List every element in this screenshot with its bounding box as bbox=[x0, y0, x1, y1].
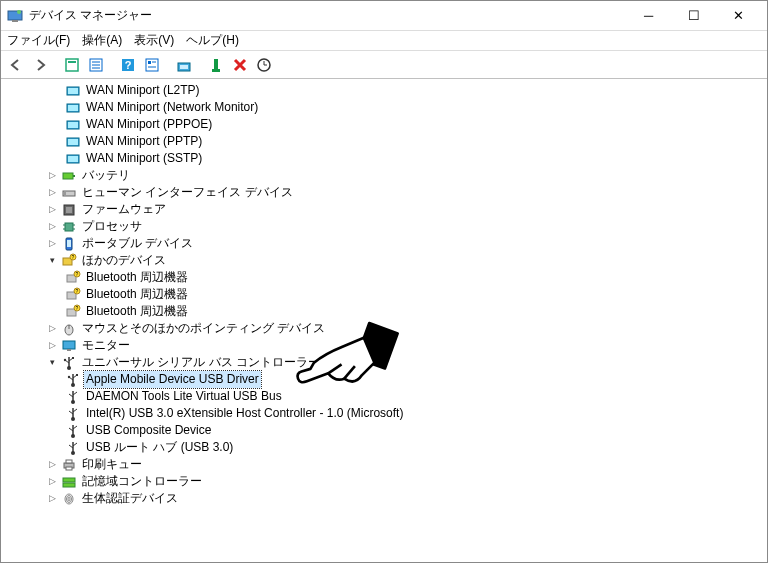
update-driver-button[interactable] bbox=[173, 54, 195, 76]
category-label: ヒューマン インターフェイス デバイス bbox=[80, 184, 295, 201]
device-label: WAN Miniport (PPPOE) bbox=[84, 116, 214, 133]
network-adapter-icon bbox=[65, 83, 81, 99]
svg-rect-62 bbox=[72, 357, 74, 359]
device-item[interactable]: USB ルート ハブ (USB 3.0) bbox=[5, 439, 767, 456]
battery-icon bbox=[61, 168, 77, 184]
device-item[interactable]: Intel(R) USB 3.0 eXtensible Host Control… bbox=[5, 405, 767, 422]
uninstall-button[interactable] bbox=[229, 54, 251, 76]
category-item[interactable]: ▷ ファームウェア bbox=[5, 201, 767, 218]
category-label: ユニバーサル シリアル バス コントローラー bbox=[80, 354, 322, 371]
device-item[interactable]: ? Bluetooth 周辺機器 bbox=[5, 269, 767, 286]
category-item[interactable]: ▷ 記憶域コントローラー bbox=[5, 473, 767, 490]
category-label: ポータブル デバイス bbox=[80, 235, 195, 252]
toolbar: ? bbox=[1, 51, 767, 79]
svg-rect-3 bbox=[66, 59, 78, 71]
svg-point-61 bbox=[64, 358, 66, 360]
device-item[interactable]: WAN Miniport (Network Monitor) bbox=[5, 99, 767, 116]
window-title: デバイス マネージャー bbox=[29, 7, 626, 24]
expand-icon[interactable]: ▷ bbox=[45, 475, 59, 489]
svg-point-82 bbox=[68, 497, 70, 501]
expand-icon[interactable]: ▷ bbox=[45, 237, 59, 251]
device-item[interactable]: USB Composite Device bbox=[5, 422, 767, 439]
category-label: モニター bbox=[80, 337, 132, 354]
enable-device-button[interactable] bbox=[205, 54, 227, 76]
device-item[interactable]: WAN Miniport (PPPOE) bbox=[5, 116, 767, 133]
category-item[interactable]: ▷ モニター bbox=[5, 337, 767, 354]
menu-view[interactable]: 表示(V) bbox=[134, 32, 174, 49]
svg-text:?: ? bbox=[76, 271, 79, 277]
category-item[interactable]: ▾ ユニバーサル シリアル バス コントローラー bbox=[5, 354, 767, 371]
minimize-button[interactable]: ─ bbox=[626, 2, 671, 30]
device-label: WAN Miniport (PPTP) bbox=[84, 133, 204, 150]
menu-action[interactable]: 操作(A) bbox=[82, 32, 122, 49]
unknown-device-icon: ? bbox=[65, 287, 81, 303]
svg-rect-79 bbox=[63, 483, 75, 487]
svg-rect-36 bbox=[65, 223, 73, 231]
collapse-icon[interactable]: ▾ bbox=[45, 254, 59, 268]
printer-icon bbox=[61, 457, 77, 473]
show-hidden-button[interactable] bbox=[61, 54, 83, 76]
svg-rect-11 bbox=[146, 59, 158, 71]
svg-text:?: ? bbox=[76, 305, 79, 311]
device-label: WAN Miniport (L2TP) bbox=[84, 82, 202, 99]
device-item[interactable]: WAN Miniport (SSTP) bbox=[5, 150, 767, 167]
device-item[interactable]: WAN Miniport (L2TP) bbox=[5, 82, 767, 99]
menubar: ファイル(F) 操作(A) 表示(V) ヘルプ(H) bbox=[1, 31, 767, 51]
monitor-icon bbox=[61, 338, 77, 354]
expand-icon[interactable]: ▷ bbox=[45, 339, 59, 353]
device-item[interactable]: ? Bluetooth 周辺機器 bbox=[5, 303, 767, 320]
toolbar-separator bbox=[109, 54, 115, 76]
properties-button[interactable] bbox=[141, 54, 163, 76]
usb-icon bbox=[65, 406, 81, 422]
expand-icon[interactable]: ▷ bbox=[45, 203, 59, 217]
expand-icon[interactable]: ▷ bbox=[45, 186, 59, 200]
back-button[interactable] bbox=[5, 54, 27, 76]
svg-text:?: ? bbox=[125, 59, 132, 71]
device-item[interactable]: DAEMON Tools Lite Virtual USB Bus bbox=[5, 388, 767, 405]
svg-rect-27 bbox=[68, 139, 78, 145]
scan-hardware-button[interactable] bbox=[253, 54, 275, 76]
category-label: ファームウェア bbox=[80, 201, 168, 218]
toolbar-separator bbox=[197, 54, 203, 76]
category-label: 印刷キュー bbox=[80, 456, 144, 473]
category-label: バッテリ bbox=[80, 167, 132, 184]
category-label: 生体認証デバイス bbox=[80, 490, 180, 507]
expand-icon[interactable]: ▷ bbox=[45, 220, 59, 234]
category-item[interactable]: ▷ プロセッサ bbox=[5, 218, 767, 235]
expand-icon[interactable]: ▷ bbox=[45, 492, 59, 506]
category-item[interactable]: ▷ バッテリ bbox=[5, 167, 767, 184]
titlebar: デバイス マネージャー ─ ☐ ✕ bbox=[1, 1, 767, 31]
menu-help[interactable]: ヘルプ(H) bbox=[186, 32, 239, 49]
maximize-button[interactable]: ☐ bbox=[671, 2, 716, 30]
svg-rect-66 bbox=[76, 374, 78, 376]
forward-button[interactable] bbox=[29, 54, 51, 76]
usb-icon bbox=[61, 355, 77, 371]
category-item[interactable]: ▷ 生体認証デバイス bbox=[5, 490, 767, 507]
usb-icon bbox=[65, 440, 81, 456]
svg-rect-25 bbox=[68, 122, 78, 128]
expand-icon[interactable]: ▷ bbox=[45, 322, 59, 336]
device-tree[interactable]: WAN Miniport (L2TP) WAN Miniport (Networ… bbox=[1, 80, 767, 562]
device-item-selected[interactable]: Apple Mobile Device USB Driver bbox=[5, 371, 767, 388]
portable-device-icon bbox=[61, 236, 77, 252]
category-item[interactable]: ▷ マウスとそのほかのポインティング デバイス bbox=[5, 320, 767, 337]
svg-rect-42 bbox=[67, 240, 71, 247]
svg-rect-23 bbox=[68, 105, 78, 111]
help-button[interactable]: ? bbox=[117, 54, 139, 76]
expand-icon[interactable]: ▷ bbox=[45, 458, 59, 472]
expand-icon[interactable]: ▷ bbox=[45, 169, 59, 183]
device-label: DAEMON Tools Lite Virtual USB Bus bbox=[84, 388, 284, 405]
menu-file[interactable]: ファイル(F) bbox=[7, 32, 70, 49]
category-item[interactable]: ▷ ヒューマン インターフェイス デバイス bbox=[5, 184, 767, 201]
device-tree-container: WAN Miniport (L2TP) WAN Miniport (Networ… bbox=[1, 79, 767, 562]
toolbar-separator bbox=[165, 54, 171, 76]
device-item[interactable]: ? Bluetooth 周辺機器 bbox=[5, 286, 767, 303]
category-item[interactable]: ▾ ? ほかのデバイス bbox=[5, 252, 767, 269]
collapse-icon[interactable]: ▾ bbox=[45, 356, 59, 370]
close-button[interactable]: ✕ bbox=[716, 2, 761, 30]
category-item[interactable]: ▷ 印刷キュー bbox=[5, 456, 767, 473]
category-item[interactable]: ▷ ポータブル デバイス bbox=[5, 235, 767, 252]
details-button[interactable] bbox=[85, 54, 107, 76]
svg-text:?: ? bbox=[72, 254, 75, 260]
device-item[interactable]: WAN Miniport (PPTP) bbox=[5, 133, 767, 150]
